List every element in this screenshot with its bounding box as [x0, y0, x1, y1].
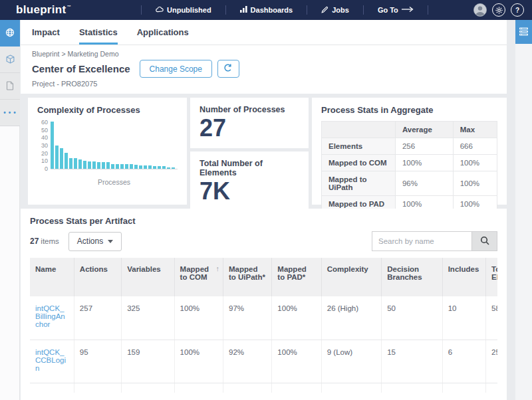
- aggregate-average-value: 100%: [395, 155, 453, 171]
- aggregate-body: Elements256666Mapped to COM100%100%Mappe…: [322, 138, 497, 213]
- avatar[interactable]: [473, 3, 487, 17]
- column-header[interactable]: Decision Branches: [382, 258, 442, 296]
- sort-ascending-icon[interactable]: ↑: [215, 264, 219, 272]
- column-header[interactable]: Actions: [74, 258, 121, 296]
- column-header-label: Decision Branches: [387, 265, 422, 281]
- value-cell: 39: [486, 383, 498, 393]
- value-cell: 92%: [223, 340, 271, 383]
- value-cell: 10 (Low): [321, 383, 381, 393]
- column-header-label: Total Elements: [491, 265, 497, 281]
- value-cell: 5: [442, 383, 485, 393]
- chart-bar: [116, 164, 119, 169]
- change-scope-button[interactable]: Change Scope: [140, 60, 212, 78]
- chart-bar: [125, 164, 128, 169]
- chart-bar: [158, 166, 161, 169]
- search-icon: [480, 236, 489, 247]
- y-tick-label: 0: [45, 165, 48, 172]
- sidebar-item-documents[interactable]: [0, 73, 20, 100]
- value-cell: 100%: [272, 340, 321, 383]
- column-header[interactable]: Includes: [442, 258, 485, 296]
- complexity-chart-plot: [51, 122, 178, 169]
- search-button[interactable]: [471, 231, 497, 251]
- breadcrumb-current: Marketing Demo: [67, 50, 118, 58]
- column-header[interactable]: Total Elements: [486, 258, 498, 296]
- column-header[interactable]: Mapped to PAD*: [272, 258, 321, 296]
- value-cell: 10: [442, 296, 485, 340]
- value-cell: 97%: [223, 296, 271, 340]
- column-header[interactable]: Complexity: [321, 258, 381, 296]
- breadcrumb: Blueprint > Marketing Demo: [32, 50, 495, 58]
- sidebar-item-globe[interactable]: [0, 20, 20, 47]
- kpi-value: 7K: [200, 179, 299, 204]
- artifact-name-link[interactable]: intQCK_CompleteBillingA: [35, 391, 68, 393]
- document-icon: [6, 81, 14, 92]
- right-panel-toggle[interactable]: [515, 20, 532, 44]
- aggregate-title: Process Stats in Aggregate: [321, 105, 497, 115]
- tab-statistics[interactable]: Statistics: [79, 20, 118, 45]
- breadcrumb-separator: >: [61, 50, 65, 58]
- top-navbar: blueprint ™ Unpublished Dashboards Jobs …: [0, 0, 532, 20]
- tab-impact-label: Impact: [32, 27, 60, 37]
- column-header-label: Includes: [448, 265, 479, 273]
- bar-chart-icon: [240, 6, 247, 14]
- nav-item-unpublished[interactable]: Unpublished: [142, 0, 225, 20]
- app-logo[interactable]: blueprint ™: [16, 3, 71, 17]
- complexity-chart-card: Complexity of Processes 6050403020100 Pr…: [28, 98, 187, 205]
- chart-bar: [97, 162, 100, 169]
- name-cell: intQCK_CompleteBillingA: [30, 383, 74, 393]
- tab-applications-label: Applications: [137, 27, 189, 37]
- actions-dropdown[interactable]: Actions: [68, 232, 122, 251]
- nav-item-jobs[interactable]: Jobs: [307, 0, 363, 20]
- column-header[interactable]: Mapped to COM↑: [174, 258, 223, 296]
- name-cell: intQCK_CCBLogin: [30, 340, 74, 383]
- value-cell: 100%: [272, 383, 321, 393]
- tab-impact[interactable]: Impact: [32, 20, 60, 45]
- sidebar-item-artifacts[interactable]: [0, 47, 20, 73]
- page-header-block: Impact Statistics Applications Blueprint…: [21, 20, 507, 94]
- chart-bar: [148, 165, 152, 169]
- column-header[interactable]: Mapped to UiPath*: [223, 258, 271, 296]
- chart-bar: [167, 167, 170, 169]
- artifact-table: NameActionsVariablesMapped to COM↑Mapped…: [30, 258, 497, 393]
- chart-bar: [144, 165, 147, 169]
- column-header[interactable]: Variables: [122, 258, 174, 296]
- nav-label-jobs: Jobs: [332, 6, 349, 14]
- table-controls: 27 items Actions: [30, 231, 497, 251]
- nav-item-dashboards[interactable]: Dashboards: [226, 0, 307, 20]
- gear-icon[interactable]: [492, 3, 505, 17]
- chart-bar: [172, 167, 175, 169]
- pen-icon: [321, 6, 329, 15]
- sidebar-item-more[interactable]: • • •: [0, 100, 20, 126]
- column-header-label: Name: [35, 265, 56, 273]
- chart-bar: [74, 158, 77, 169]
- chart-bar: [92, 161, 96, 169]
- cloud-icon: [156, 6, 164, 14]
- breadcrumb-parent[interactable]: Blueprint: [32, 50, 59, 58]
- globe-icon: [5, 28, 15, 39]
- name-cell: intQCK_BillingAnchor: [30, 296, 74, 340]
- column-header-label: Mapped to COM: [180, 265, 209, 281]
- aggregate-max-value: 100%: [453, 171, 497, 196]
- value-cell: 320: [122, 383, 174, 393]
- change-scope-label: Change Scope: [150, 64, 202, 74]
- nav-item-goto[interactable]: Go To: [364, 0, 428, 20]
- refresh-button[interactable]: [217, 60, 239, 78]
- artifact-name-link[interactable]: intQCK_BillingAnchor: [35, 304, 65, 328]
- aggregate-row: Mapped to COM100%100%: [322, 155, 497, 171]
- chart-bar: [162, 166, 166, 169]
- logo-text: blueprint: [16, 3, 66, 17]
- column-header[interactable]: Name: [30, 258, 74, 296]
- items-count: 27: [30, 237, 39, 246]
- chart-bar: [78, 159, 82, 169]
- chart-bar: [139, 165, 142, 169]
- tab-applications[interactable]: Applications: [137, 20, 189, 45]
- artifact-name-link[interactable]: intQCK_CCBLogin: [35, 348, 66, 372]
- help-icon[interactable]: ?: [511, 3, 524, 17]
- search-input[interactable]: [372, 231, 471, 251]
- aggregate-column-header: Average: [395, 122, 453, 138]
- page-header: Blueprint > Marketing Demo Center of Exc…: [21, 45, 507, 94]
- total-elements-card: Total Number of Elements 7K: [190, 151, 309, 211]
- value-cell: 26 (High): [321, 296, 381, 340]
- table-row: intQCK_CCBLogin95159100%92%100%9 (Low)15…: [30, 340, 497, 383]
- kpi-value: 27: [200, 116, 299, 141]
